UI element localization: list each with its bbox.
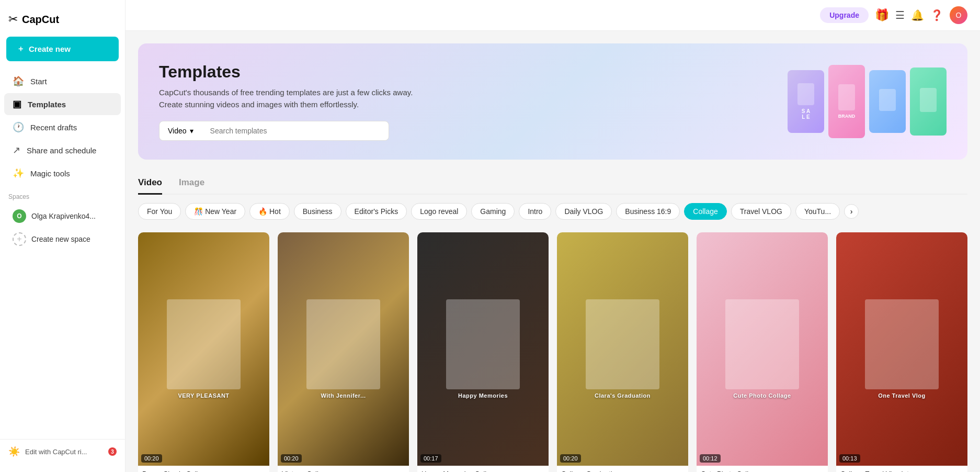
notification-badge: 3	[108, 447, 117, 456]
hero-bg-cards: S AL E BRAND	[788, 49, 947, 154]
sidebar-bottom-item[interactable]: ☀️ Edit with CapCut ri... 3	[0, 439, 125, 464]
template-card-1[interactable]: VERY PLEASANT 00:20 Brown Simple Collage…	[138, 232, 269, 472]
duration-badge-1: 00:20	[141, 454, 162, 463]
template-name-4: Collage Graduation...	[557, 466, 688, 472]
pill-logo-reveal[interactable]: Logo reveal	[411, 203, 467, 220]
template-card-3[interactable]: Happy Memories 00:17 Happy Memories Coll…	[417, 232, 549, 472]
hero-search: Video ▾	[159, 121, 389, 141]
sidebar-item-share-schedule[interactable]: ↗ Share and schedule	[4, 139, 121, 161]
content-area: Templates CapCut's thousands of free tre…	[126, 31, 980, 472]
duration-badge-4: 00:20	[560, 454, 581, 463]
create-new-label: Create new	[29, 44, 71, 53]
logo: ✂ CapCut	[0, 8, 125, 37]
template-name-6: Collage Travel Vlog Intro	[836, 466, 967, 472]
template-card-2[interactable]: With Jennifer... 00:20 Vintage Collage..…	[278, 232, 409, 472]
sidebar-item-start[interactable]: 🏠 Start	[4, 70, 121, 92]
pill-new-year[interactable]: 🎊 New Year	[185, 203, 245, 220]
pill-daily-vlog[interactable]: Daily VLOG	[555, 203, 612, 220]
template-name-1: Brown Simple Collage...	[138, 466, 269, 472]
template-name-2: Vintage Collage...	[278, 466, 409, 472]
hero-description: CapCut's thousands of free trending temp…	[159, 87, 431, 110]
template-thumb-2: With Jennifer... 00:20	[278, 232, 409, 466]
clock-icon: 🕐	[13, 121, 24, 133]
sidebar-item-recent-drafts-label: Recent drafts	[30, 123, 77, 132]
pill-for-you[interactable]: For You	[138, 203, 181, 220]
pills-next-arrow[interactable]: ›	[844, 204, 859, 219]
search-type-button[interactable]: Video ▾	[159, 121, 202, 141]
spaces-avatar: O	[13, 209, 26, 223]
help-icon[interactable]: ❓	[930, 9, 943, 21]
avatar-initial: O	[956, 11, 962, 19]
sidebar-item-templates-label: Templates	[28, 100, 66, 109]
list-icon[interactable]: ☰	[895, 9, 905, 21]
sidebar-item-share-label: Share and schedule	[27, 146, 96, 155]
create-new-button[interactable]: ＋ Create new	[6, 37, 119, 61]
home-icon: 🏠	[13, 75, 24, 87]
create-space-label: Create new space	[31, 235, 90, 243]
pill-business[interactable]: Business	[294, 203, 341, 220]
hero-card-4	[910, 68, 947, 136]
sun-icon: ☀️	[8, 446, 20, 457]
pill-hot[interactable]: 🔥 Hot	[249, 203, 290, 220]
template-thumb-1: VERY PLEASANT 00:20	[138, 232, 269, 466]
spaces-label: Spaces	[0, 185, 125, 205]
sidebar-item-start-label: Start	[30, 77, 47, 86]
user-avatar[interactable]: O	[950, 6, 967, 24]
bottom-item-label: Edit with CapCut ri...	[25, 448, 87, 456]
main-content: Upgrade 🎁 ☰ 🔔 ❓ O Templates CapCut's tho…	[126, 0, 980, 472]
duration-badge-3: 00:17	[420, 454, 441, 463]
tab-video[interactable]: Video	[138, 172, 162, 195]
logo-icon: ✂	[8, 13, 18, 26]
logo-text: CapCut	[22, 14, 59, 26]
duration-badge-5: 00:12	[700, 454, 721, 463]
template-thumb-5: Cute Photo Collage 00:12	[697, 232, 828, 466]
template-thumb-4: Clara's Graduation 00:20	[557, 232, 688, 466]
sidebar-spaces-olga[interactable]: O Olga Krapivenko4...	[4, 205, 121, 227]
pill-intro[interactable]: Intro	[519, 203, 551, 220]
upgrade-button[interactable]: Upgrade	[820, 7, 869, 23]
pill-editors-picks[interactable]: Editor's Picks	[346, 203, 407, 220]
content-tabs: Video Image	[138, 172, 967, 195]
hero-banner: Templates CapCut's thousands of free tre…	[138, 43, 967, 160]
pill-collage[interactable]: Collage	[684, 203, 726, 220]
tab-image[interactable]: Image	[179, 172, 204, 195]
template-thumb-6: One Travel Vlog 00:13	[836, 232, 967, 466]
search-type-label: Video	[168, 127, 187, 135]
template-grid-row1: VERY PLEASANT 00:20 Brown Simple Collage…	[138, 232, 967, 472]
templates-icon: ▣	[13, 98, 21, 110]
duration-badge-2: 00:20	[281, 454, 302, 463]
sidebar-create-space[interactable]: + Create new space	[4, 228, 121, 250]
share-icon: ↗	[13, 144, 20, 156]
magic-icon: ✨	[13, 167, 24, 179]
sidebar-item-magic-label: Magic tools	[30, 169, 70, 178]
template-card-5[interactable]: Cute Photo Collage 00:12 Cute Photo Coll…	[697, 232, 828, 472]
hero-card-3	[869, 70, 906, 133]
hero-card-1: S AL E	[788, 70, 824, 133]
plus-icon: ＋	[17, 44, 25, 54]
search-input[interactable]	[202, 121, 389, 141]
spaces-olga-label: Olga Krapivenko4...	[31, 212, 96, 220]
template-name-3: Happy Memories Collag...	[417, 466, 549, 472]
template-thumb-3: Happy Memories 00:17	[417, 232, 549, 466]
pill-youtube[interactable]: YouTu...	[795, 203, 840, 220]
topbar: Upgrade 🎁 ☰ 🔔 ❓ O	[126, 0, 980, 31]
pill-travel-vlog[interactable]: Travel VLOG	[731, 203, 791, 220]
hero-card-2: BRAND	[828, 65, 865, 138]
sidebar-item-magic-tools[interactable]: ✨ Magic tools	[4, 162, 121, 184]
bell-icon[interactable]: 🔔	[911, 9, 924, 21]
duration-badge-6: 00:13	[839, 454, 860, 463]
pill-gaming[interactable]: Gaming	[471, 203, 515, 220]
sidebar-item-recent-drafts[interactable]: 🕐 Recent drafts	[4, 116, 121, 138]
sidebar-item-templates[interactable]: ▣ Templates	[4, 93, 121, 115]
chevron-down-icon: ▾	[190, 127, 193, 135]
pill-business-16-9[interactable]: Business 16:9	[616, 203, 680, 220]
gift-icon[interactable]: 🎁	[875, 8, 889, 22]
sidebar: ✂ CapCut ＋ Create new 🏠 Start ▣ Template…	[0, 0, 126, 472]
category-pills: For You 🎊 New Year 🔥 Hot Business Editor…	[138, 203, 967, 222]
add-space-icon: +	[13, 232, 26, 246]
template-card-4[interactable]: Clara's Graduation 00:20 Collage Graduat…	[557, 232, 688, 472]
template-name-5: Cute Photo Collage...	[697, 466, 828, 472]
template-card-6[interactable]: One Travel Vlog 00:13 Collage Travel Vlo…	[836, 232, 967, 472]
